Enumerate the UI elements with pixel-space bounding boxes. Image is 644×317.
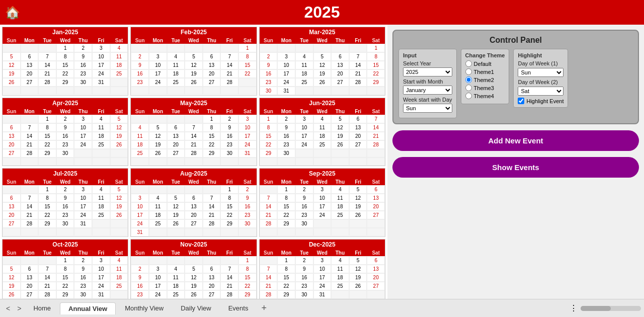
cal-cell[interactable]: 23 [260,78,278,87]
cal-cell[interactable]: 24 [238,140,257,149]
cal-cell[interactable]: 11 [110,265,128,273]
cal-cell[interactable]: 26 [167,219,185,228]
cal-cell[interactable]: 26 [110,211,128,219]
cal-cell[interactable]: 19 [331,132,349,140]
cal-cell[interactable]: 18 [167,282,185,290]
cal-cell[interactable]: 10 [149,273,167,282]
cal-cell[interactable]: 4 [110,256,128,265]
cal-cell[interactable]: 20 [349,132,367,140]
tab-monthly-view[interactable]: Monthly View [117,302,172,314]
cal-cell[interactable]: 9 [295,265,313,273]
cal-cell[interactable]: 1 [277,185,295,194]
cal-cell[interactable]: 22 [277,282,295,290]
cal-cell[interactable]: 20 [185,211,203,219]
cal-cell[interactable]: 9 [131,61,149,69]
cal-cell[interactable]: 12 [185,61,203,69]
cal-cell[interactable]: 31 [74,219,92,228]
cal-cell[interactable]: 3 [131,194,149,202]
cal-cell[interactable]: 5 [349,256,367,265]
cal-cell[interactable]: 28 [38,78,56,87]
cal-cell[interactable]: 29 [38,219,56,228]
cal-cell[interactable]: 26 [185,78,203,87]
cal-cell[interactable]: 24 [277,78,295,87]
cal-cell[interactable]: 1 [220,185,238,194]
cal-cell[interactable]: 20 [203,282,221,290]
cal-cell[interactable]: 26 [3,78,21,87]
cal-cell[interactable]: 16 [74,273,92,282]
cal-cell[interactable]: 22 [260,140,278,149]
cal-cell[interactable]: 24 [92,69,110,78]
cal-cell[interactable]: 5 [167,194,185,202]
cal-cell[interactable]: 22 [38,211,56,219]
cal-cell[interactable]: 31 [92,290,110,299]
cal-cell[interactable]: 22 [38,140,56,149]
cal-cell[interactable]: 15 [277,202,295,211]
cal-cell[interactable]: 2 [74,256,92,265]
cal-cell[interactable]: 16 [131,282,149,290]
cal-cell[interactable]: 10 [74,194,92,202]
cal-cell[interactable]: 29 [277,219,295,228]
cal-cell[interactable]: 8 [367,52,385,61]
cal-cell[interactable]: 3 [295,115,313,123]
cal-cell[interactable]: 12 [3,273,21,282]
cal-cell[interactable]: 12 [185,273,203,282]
cal-cell[interactable]: 4 [149,194,167,202]
cal-cell[interactable]: 23 [295,211,313,219]
cal-cell[interactable]: 11 [92,123,110,132]
cal-cell[interactable]: 23 [295,282,313,290]
cal-cell[interactable]: 10 [149,61,167,69]
cal-cell[interactable]: 6 [167,123,185,132]
cal-cell[interactable]: 13 [349,123,367,132]
cal-cell[interactable]: 11 [92,194,110,202]
cal-cell[interactable]: 26 [331,140,349,149]
cal-cell[interactable]: 7 [38,52,56,61]
cal-cell[interactable]: 19 [185,69,203,78]
cal-cell[interactable]: 24 [313,211,332,219]
cal-cell[interactable]: 7 [367,115,385,123]
cal-cell[interactable]: 27 [3,149,21,157]
cal-cell[interactable]: 18 [149,211,167,219]
cal-cell[interactable]: 16 [277,132,295,140]
cal-cell[interactable]: 23 [74,69,92,78]
cal-cell[interactable]: 20 [21,282,39,290]
cal-cell[interactable]: 4 [131,123,149,132]
cal-cell[interactable]: 25 [92,140,110,149]
show-events-button[interactable]: Show Events [392,157,639,178]
cal-cell[interactable]: 19 [313,69,332,78]
cal-cell[interactable]: 24 [74,140,92,149]
cal-cell[interactable]: 1 [238,44,257,52]
cal-cell[interactable]: 22 [238,69,257,78]
cal-cell[interactable]: 20 [331,69,349,78]
cal-cell[interactable]: 12 [110,194,128,202]
cal-cell[interactable]: 12 [167,202,185,211]
cal-cell[interactable]: 22 [367,69,385,78]
cal-cell[interactable]: 7 [260,265,278,273]
cal-cell[interactable]: 4 [331,185,349,194]
cal-cell[interactable]: 8 [56,52,74,61]
cal-cell[interactable]: 30 [295,290,313,299]
cal-cell[interactable]: 21 [220,69,238,78]
cal-cell[interactable]: 2 [238,185,257,194]
cal-cell[interactable]: 6 [3,123,21,132]
cal-cell[interactable]: 15 [38,202,56,211]
cal-cell[interactable]: 11 [295,61,313,69]
year-select[interactable]: 2025 [403,67,452,76]
cal-cell[interactable]: 19 [349,273,367,282]
theme3-radio[interactable] [465,85,472,91]
cal-cell[interactable]: 2 [74,44,92,52]
cal-cell[interactable]: 16 [238,202,257,211]
cal-cell[interactable]: 22 [56,282,74,290]
theme-default-radio[interactable] [465,60,472,67]
cal-cell[interactable]: 22 [220,211,238,219]
cal-cell[interactable]: 21 [185,140,203,149]
cal-cell[interactable]: 10 [92,52,110,61]
cal-cell[interactable]: 17 [149,69,167,78]
cal-cell[interactable]: 24 [131,219,149,228]
cal-cell[interactable]: 21 [203,211,221,219]
cal-cell[interactable]: 18 [110,61,128,69]
cal-cell[interactable]: 29 [220,219,238,228]
cal-cell[interactable]: 9 [260,61,278,69]
cal-cell[interactable]: 21 [220,282,238,290]
cal-cell[interactable]: 30 [295,219,313,228]
cal-cell[interactable]: 9 [220,123,238,132]
